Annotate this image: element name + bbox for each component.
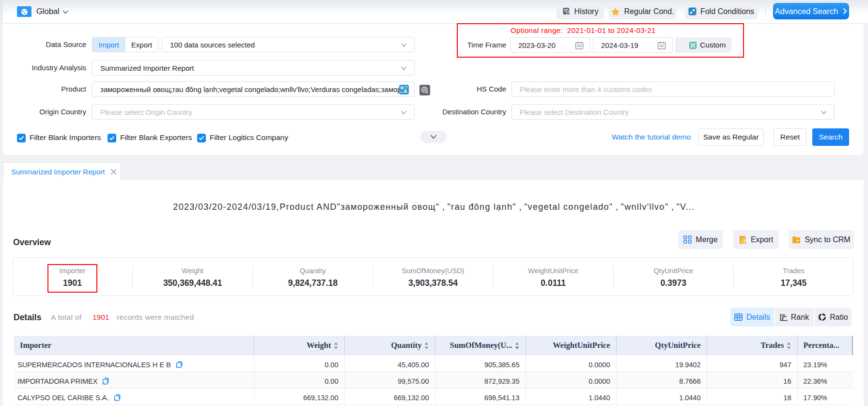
svg-text:A: A xyxy=(403,89,407,94)
